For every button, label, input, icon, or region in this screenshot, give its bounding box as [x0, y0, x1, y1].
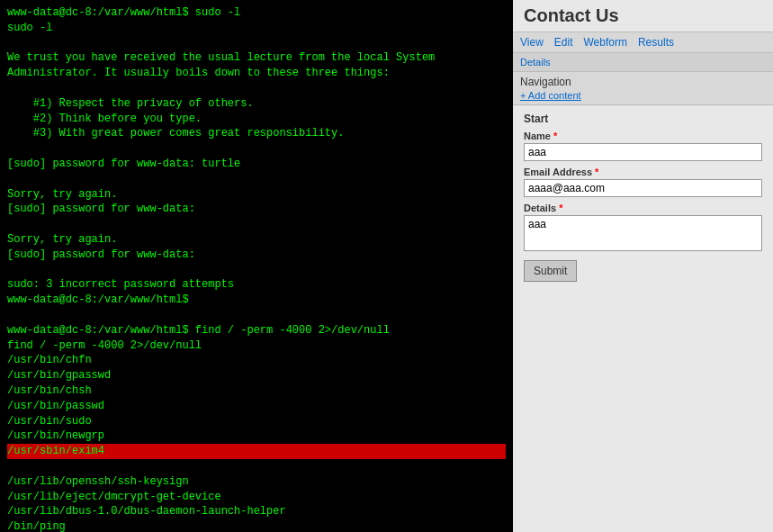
details-link[interactable]: Details — [520, 57, 551, 68]
email-input[interactable] — [524, 179, 762, 197]
name-label: Name * — [524, 131, 762, 141]
tab-bar: View Edit Webform Results — [513, 32, 773, 53]
tab-webform[interactable]: Webform — [583, 36, 626, 49]
email-field-group: Email Address * — [524, 167, 762, 197]
nav-section: Navigation + Add content — [513, 72, 773, 105]
admin-links: Details — [513, 53, 773, 72]
right-panel: Contact Us View Edit Webform Results Det… — [513, 0, 773, 532]
terminal-panel: www-data@dc-8:/var/www/html$ sudo -l sud… — [0, 0, 513, 532]
details-field-group: Details * aaa — [524, 203, 762, 251]
name-input[interactable] — [524, 143, 762, 161]
tab-edit[interactable]: Edit — [554, 36, 573, 49]
details-label: Details * — [524, 203, 762, 213]
name-field-group: Name * — [524, 131, 762, 161]
tab-results[interactable]: Results — [638, 36, 674, 49]
details-textarea[interactable]: aaa — [524, 215, 762, 251]
email-label: Email Address * — [524, 167, 762, 177]
form-start-label: Start — [524, 113, 762, 125]
submit-button[interactable]: Submit — [524, 260, 577, 282]
tab-view[interactable]: View — [520, 36, 544, 49]
terminal-output: www-data@dc-8:/var/www/html$ sudo -l sud… — [7, 5, 506, 532]
add-content-link[interactable]: + Add content — [520, 90, 766, 101]
form-area: Start Name * Email Address * Details * a… — [513, 105, 773, 532]
contact-title: Contact Us — [513, 0, 773, 32]
nav-label: Navigation — [520, 76, 571, 88]
